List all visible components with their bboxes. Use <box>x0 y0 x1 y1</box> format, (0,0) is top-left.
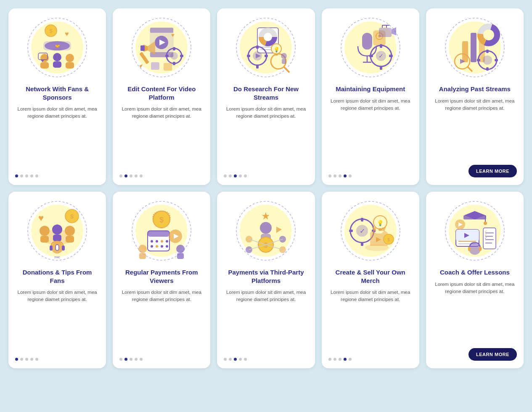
card-body-network: Lorem ipsum dolor sit dim amet, mea regi… <box>15 106 99 169</box>
svg-point-131 <box>176 245 185 253</box>
dot-4 <box>239 174 242 177</box>
svg-point-124 <box>156 245 158 248</box>
card-equipment: ✓ Maintaining Equipment Lorem ipsum dolo… <box>322 8 419 185</box>
svg-rect-19 <box>150 28 173 33</box>
svg-point-120 <box>156 240 158 243</box>
svg-point-165 <box>365 244 389 251</box>
svg-point-173 <box>484 222 487 225</box>
card-merch: ✓ 💡 $ Create & Sell Your Own Merch Lorem… <box>322 192 419 368</box>
card-icon-coach: ✓ ✓ ✓ <box>443 199 506 262</box>
svg-point-106 <box>65 226 75 236</box>
card-title-donations: Donations & Tips From Fans <box>15 268 99 285</box>
svg-rect-69 <box>380 44 382 48</box>
card-body-thirdparty: Lorem ipsum dolor sit dim amet, mea regi… <box>224 289 308 352</box>
dot-1 <box>119 174 122 177</box>
svg-text:♥: ♥ <box>38 213 44 223</box>
svg-point-125 <box>161 245 163 248</box>
dot-3 <box>130 174 132 177</box>
card-donations: ♥ $ mic <box>8 192 106 368</box>
svg-rect-27 <box>165 55 169 57</box>
svg-text:✓: ✓ <box>378 53 384 59</box>
card-footer-regularpay <box>119 358 204 361</box>
card-coach: ✓ ✓ ✓ Coach & Offer Lessons Lorem ipsum … <box>426 192 524 368</box>
card-title-network: Network With Fans & Sponsors <box>15 85 99 101</box>
card-icon-equipment: ✓ <box>339 16 402 79</box>
dots-network <box>15 174 38 177</box>
card-network: $ ♥ 🤝 Network With Fans & Sponsors Lo <box>8 8 106 185</box>
card-regularpay: $ <box>113 192 210 368</box>
dot-5 <box>140 358 143 361</box>
card-body-merch: Lorem ipsum dolor sit dim amet, mea regi… <box>328 289 413 352</box>
svg-text:💡: 💡 <box>377 219 384 227</box>
svg-text:✓: ✓ <box>484 236 487 240</box>
card-title-research: Do Research For New Streams <box>224 85 308 101</box>
card-analyzing: Analyzing Past Streams Lorem ipsum dolor… <box>426 8 524 185</box>
card-title-equipment: Maintaining Equipment <box>336 85 405 93</box>
svg-point-102 <box>40 226 50 236</box>
card-thirdparty: ★ $ Payments via Third-Party Pla <box>217 192 315 368</box>
dot-1 <box>15 358 18 361</box>
svg-rect-89 <box>486 50 489 53</box>
dot-3 <box>339 174 341 177</box>
svg-rect-49 <box>247 55 250 57</box>
svg-rect-71 <box>369 55 373 57</box>
dot-2 <box>333 174 336 177</box>
card-icon-merch: ✓ 💡 $ <box>339 199 402 262</box>
dot-3 <box>25 358 28 361</box>
dot-2 <box>124 358 127 361</box>
dots-research <box>224 174 247 177</box>
dot-5 <box>349 358 352 361</box>
card-footer-edit <box>119 174 204 177</box>
dot-4 <box>344 358 347 361</box>
card-body-regularpay: Lorem ipsum dolor sit dim amet, mea regi… <box>119 289 204 352</box>
svg-text:💡: 💡 <box>273 46 280 53</box>
svg-text:$: $ <box>70 213 74 220</box>
dot-2 <box>333 358 336 361</box>
svg-marker-30 <box>139 64 143 68</box>
dot-4 <box>30 358 33 361</box>
svg-rect-50 <box>265 55 268 57</box>
svg-point-24 <box>170 52 178 60</box>
svg-rect-72 <box>389 55 393 57</box>
svg-rect-110 <box>62 246 65 251</box>
svg-rect-155 <box>349 230 353 232</box>
svg-rect-35 <box>140 45 145 51</box>
card-title-thirdparty: Payments via Third-Party Platforms <box>224 268 308 285</box>
card-footer-coach: LEARN MORE <box>433 348 517 361</box>
svg-point-121 <box>161 240 163 243</box>
svg-point-119 <box>151 240 153 243</box>
dots-edit <box>119 174 143 177</box>
svg-rect-107 <box>66 236 74 243</box>
svg-text:$: $ <box>387 238 390 242</box>
svg-rect-26 <box>173 62 175 65</box>
svg-text:🤝: 🤝 <box>55 44 60 49</box>
svg-rect-154 <box>361 242 363 246</box>
card-icon-analyzing <box>443 16 506 79</box>
dots-donations <box>15 358 38 361</box>
learn-more-button-2[interactable]: LEARN MORE <box>468 348 517 361</box>
svg-rect-9 <box>40 62 49 69</box>
svg-rect-61 <box>362 33 372 50</box>
learn-more-button-1[interactable]: LEARN MORE <box>468 165 517 177</box>
dot-3 <box>130 358 132 361</box>
svg-rect-105 <box>53 235 61 241</box>
svg-point-88 <box>483 55 492 65</box>
svg-rect-91 <box>477 59 480 61</box>
dot-3 <box>234 174 237 177</box>
dot-4 <box>135 358 138 361</box>
svg-text:★: ★ <box>261 210 270 222</box>
dot-1 <box>328 358 331 361</box>
dot-4 <box>344 174 347 177</box>
svg-rect-189 <box>479 247 482 251</box>
svg-rect-103 <box>40 236 49 243</box>
svg-rect-132 <box>177 253 184 259</box>
dot-1 <box>119 358 122 361</box>
svg-text:$: $ <box>49 28 53 34</box>
svg-rect-55 <box>275 53 278 55</box>
svg-line-53 <box>284 67 289 72</box>
dot-4 <box>30 174 33 177</box>
dot-2 <box>20 174 23 177</box>
svg-text:✓: ✓ <box>359 227 365 235</box>
dot-1 <box>224 358 227 361</box>
card-title-merch: Create & Sell Your Own Merch <box>328 268 413 285</box>
